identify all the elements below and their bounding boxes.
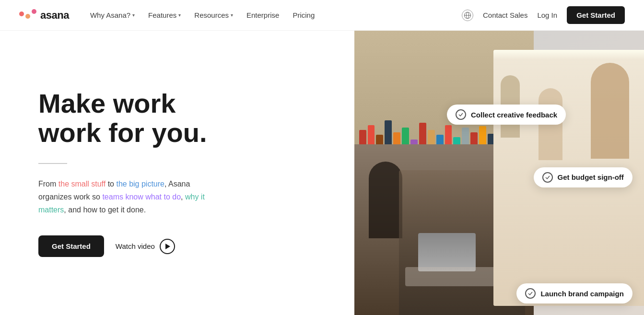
collect-feedback-badge: Collect creative feedback — [447, 105, 566, 125]
watch-video-link[interactable]: Watch video — [116, 239, 175, 254]
nav-link-why-asana[interactable]: Why Asana? ▾ — [84, 7, 141, 23]
logo[interactable]: asana — [19, 9, 69, 22]
budget-signoff-badge: Get budget sign-off — [534, 167, 632, 187]
nav-links: Why Asana? ▾ Features ▾ Resources ▾ Ente… — [84, 7, 320, 23]
nav-link-features[interactable]: Features ▾ — [142, 7, 187, 23]
nav-link-pricing[interactable]: Pricing — [287, 7, 320, 23]
log-in-link[interactable]: Log In — [537, 11, 557, 19]
hero-right: Collect creative feedback Get budget sig… — [354, 31, 644, 315]
nav-right: Contact Sales Log In Get Started — [462, 6, 625, 24]
launch-campaign-badge: Launch brand campaign — [516, 283, 632, 303]
nav-get-started-button[interactable]: Get Started — [567, 6, 625, 24]
main-content: Make work work for you. From the small s… — [0, 31, 644, 315]
globe-icon[interactable] — [462, 10, 473, 21]
navbar: asana Why Asana? ▾ Features ▾ Resources … — [0, 0, 644, 31]
logo-dots — [19, 12, 36, 19]
hero-divider — [38, 163, 67, 164]
nav-left: asana Why Asana? ▾ Features ▾ Resources … — [19, 7, 320, 23]
logo-dot-red — [19, 12, 24, 16]
hero-subtext: From the small stuff to the big picture,… — [38, 177, 221, 217]
chevron-icon: ▾ — [178, 12, 181, 18]
logo-dot-pink — [32, 9, 36, 14]
check-icon-2 — [542, 172, 553, 183]
chevron-icon: ▾ — [231, 12, 233, 18]
laptop-icon — [418, 233, 476, 271]
cta-row: Get Started Watch video — [38, 235, 326, 257]
play-icon — [160, 239, 175, 254]
person-silhouette — [369, 162, 402, 238]
nav-link-resources[interactable]: Resources ▾ — [188, 7, 239, 23]
hero-left: Make work work for you. From the small s… — [0, 31, 354, 315]
contact-sales-link[interactable]: Contact Sales — [483, 11, 527, 19]
ceiling-light — [493, 50, 644, 59]
check-icon-3 — [525, 288, 536, 299]
logo-dot-orange — [25, 14, 30, 19]
play-triangle — [165, 244, 170, 249]
badge-1-text: Collect creative feedback — [471, 111, 557, 119]
nav-link-enterprise[interactable]: Enterprise — [241, 7, 285, 23]
badge-3-text: Launch brand campaign — [540, 290, 623, 298]
hero-images: Collect creative feedback Get budget sig… — [354, 31, 644, 315]
hero-headline: Make work work for you. — [38, 89, 326, 148]
check-icon-1 — [456, 109, 466, 120]
chevron-icon: ▾ — [132, 12, 135, 18]
badge-2-text: Get budget sign-off — [558, 173, 624, 181]
get-started-button[interactable]: Get Started — [38, 235, 104, 257]
person-silhouette-5 — [591, 63, 629, 159]
logo-text: asana — [40, 9, 69, 22]
